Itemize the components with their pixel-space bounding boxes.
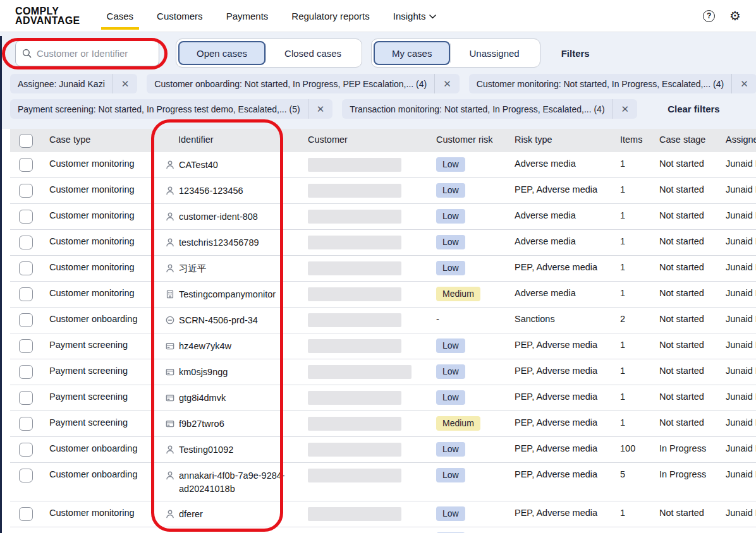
risk-badge: Medium [436, 416, 480, 431]
case-stage-cell: In Progress [659, 463, 726, 479]
identifier-text: customer-ident-808 [179, 210, 258, 224]
assignee-cell: Junaid Kazi [726, 204, 756, 220]
row-checkbox[interactable] [19, 184, 33, 198]
row-checkbox[interactable] [19, 261, 33, 275]
identifier-cell: CATest40 [162, 152, 308, 177]
person-icon [165, 509, 175, 519]
col-header-customer-risk: Customer risk [436, 129, 515, 145]
payment-card-icon [165, 341, 175, 351]
comply-advantage-logo[interactable]: COMPLY ADVANTAGE [15, 6, 80, 25]
identifier-cell: f9b27twro6 [162, 411, 308, 436]
chip-close-icon[interactable]: ✕ [613, 104, 638, 115]
filters-button[interactable]: Filters [561, 48, 590, 59]
table-row[interactable]: Customer monitoring CATest40 Low Adverse… [10, 152, 756, 178]
row-checkbox[interactable] [19, 287, 33, 301]
table-row[interactable]: Customer monitoring customer-ident-808 L… [10, 204, 756, 230]
logo-line2: ADVANTAGE [15, 16, 80, 25]
help-icon[interactable]: ? [703, 10, 715, 22]
identifier-cell: customer-ident-808 [162, 204, 308, 229]
identifier-text: Testing01092 [179, 443, 233, 457]
customer-risk-cell: - [436, 308, 515, 324]
identifier-cell: testchris123456789 [162, 230, 308, 255]
chip-close-icon[interactable]: ✕ [435, 78, 460, 90]
table-row[interactable]: Customer monitoring CUS7726344a2342343 L… [10, 527, 756, 533]
customer-risk-cell: Low [436, 463, 515, 482]
table-row[interactable]: Customer monitoring Testingcompanymonito… [10, 282, 756, 308]
col-header-items: Items [620, 129, 659, 145]
nav-item-customers[interactable]: Customers [157, 0, 203, 32]
chip-close-icon[interactable]: ✕ [732, 78, 756, 90]
customer-redacted-bar [308, 417, 401, 431]
building-icon [165, 289, 175, 299]
table-row[interactable]: Customer onboarding SCRN-4506-prd-34 - S… [10, 308, 756, 333]
gear-icon[interactable]: ⚙ [729, 9, 741, 22]
row-checkbox[interactable] [19, 507, 33, 521]
identifier-text: CATest40 [179, 159, 218, 172]
nav-item-cases[interactable]: Cases [107, 0, 134, 32]
assignee-cell: Junaid Kazi [726, 333, 756, 350]
customer-redacted-bar [308, 507, 401, 521]
clear-filters-button[interactable]: Clear filters [668, 104, 720, 114]
risk-type-cell: Sanctions [515, 308, 620, 324]
items-cell: 1 [620, 178, 659, 195]
toggle-open-cases[interactable]: Open cases [178, 41, 265, 65]
row-checkbox[interactable] [19, 210, 33, 224]
assignee-cell: Junaid Kazi [726, 308, 756, 324]
row-checkbox[interactable] [19, 443, 33, 457]
row-checkbox[interactable] [19, 469, 33, 482]
nav-item-payments[interactable]: Payments [226, 0, 269, 32]
customer-risk-cell: Low [436, 204, 515, 224]
risk-type-cell: PEP, Adverse media [515, 385, 620, 402]
customer-risk-cell: Low [436, 501, 515, 521]
table-row[interactable]: Customer onboarding annakari-4f0b-7a9e-9… [10, 463, 756, 501]
case-type-cell: Customer monitoring [49, 178, 162, 195]
table-row[interactable]: Payment screening km0sjs9ngg Low PEP, Ad… [10, 359, 756, 385]
col-header-assignee: Assignee [726, 129, 756, 145]
row-checkbox[interactable] [19, 339, 33, 353]
table-row[interactable]: Customer monitoring 123456-123456 Low PE… [10, 178, 756, 204]
select-all-checkbox[interactable] [19, 134, 33, 148]
table-row[interactable]: Customer onboarding Testing01092 Low PEP… [10, 437, 756, 463]
toggle-unassigned[interactable]: Unassigned [451, 41, 537, 65]
case-stage-cell: Not started [659, 256, 726, 272]
nav-item-regulatory-reports[interactable]: Regulatory reports [291, 0, 369, 32]
nav-item-insights[interactable]: Insights [393, 0, 437, 32]
items-cell: 1 [620, 152, 659, 169]
chip-close-icon[interactable]: ✕ [113, 78, 138, 90]
case-stage-cell: In Progress [659, 437, 726, 453]
customer-risk-cell: Low [436, 385, 515, 405]
row-checkbox[interactable] [19, 365, 33, 379]
customer-cell [308, 411, 436, 431]
risk-type-cell: PEP, Adverse media [515, 359, 620, 376]
table-row[interactable]: Payment screening gtg8i4dmvk Low PEP, Ad… [10, 385, 756, 411]
table-row[interactable]: Payment screening hz4ew7yk4w Low PEP, Ad… [10, 333, 756, 359]
payment-card-icon [165, 393, 175, 403]
assignee-cell: Junaid Kazi [726, 230, 756, 246]
chip-close-icon[interactable]: ✕ [308, 104, 333, 115]
case-stage-cell: Not started [659, 411, 726, 428]
row-checkbox[interactable] [19, 236, 33, 249]
toggle-my-cases[interactable]: My cases [374, 41, 450, 65]
filter-chip-row-2: Payment screening: Not started, In Progr… [0, 99, 756, 119]
person-icon [165, 212, 175, 222]
controls-row: Open casesClosed cases My casesUnassigne… [0, 32, 756, 74]
row-checkbox[interactable] [19, 313, 33, 327]
table-row[interactable]: Customer monitoring testchris123456789 L… [10, 230, 756, 256]
table-row[interactable]: Customer monitoring 习近平 Low PEP, Adverse… [10, 256, 756, 282]
table-row[interactable]: Customer monitoring dferer Low PEP, Adve… [10, 501, 756, 527]
cases-table: Case type Identifier Customer Customer r… [10, 129, 756, 533]
identifier-cell: annakari-4f0b-7a9e-9284-ad20241018b [162, 463, 308, 501]
toggle-closed-cases[interactable]: Closed cases [266, 41, 360, 65]
identifier-cell: gtg8i4dmvk [162, 385, 308, 410]
case-type-cell: Customer monitoring [49, 501, 162, 518]
open-closed-toggle: Open casesClosed cases [176, 39, 362, 68]
row-checkbox[interactable] [19, 158, 33, 172]
risk-badge: Low [436, 209, 465, 224]
identifier-cell: 123456-123456 [162, 178, 308, 203]
search-input[interactable] [37, 48, 152, 59]
risk-type-cell: Adverse media [515, 152, 620, 169]
row-checkbox[interactable] [19, 391, 33, 405]
table-row[interactable]: Payment screening f9b27twro6 Medium PEP,… [10, 411, 756, 437]
row-checkbox[interactable] [19, 417, 33, 431]
items-cell: 1 [620, 527, 659, 533]
